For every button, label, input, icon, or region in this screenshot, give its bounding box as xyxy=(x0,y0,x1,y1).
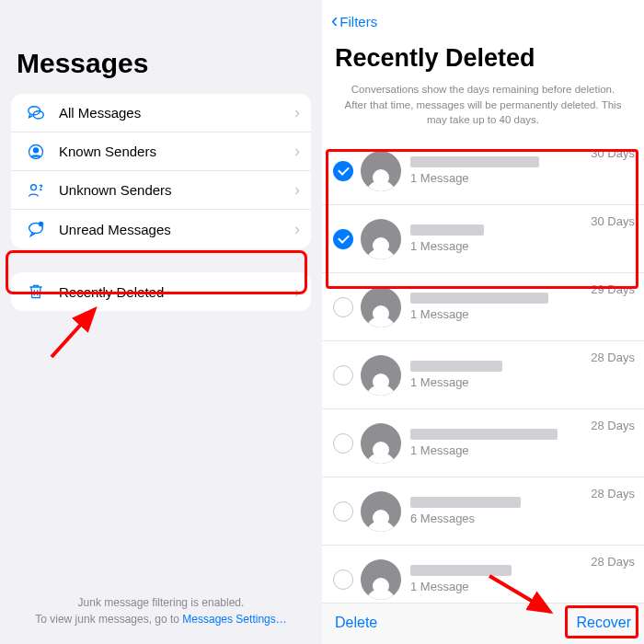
contact-name-redacted xyxy=(410,224,484,236)
back-label: Filters xyxy=(339,14,377,29)
conversation-row[interactable]: 1 Message28 Days xyxy=(322,341,644,409)
days-remaining: 29 Days xyxy=(591,282,635,296)
message-count: 6 Messages xyxy=(410,512,585,525)
messages-settings-link[interactable]: Messages Settings… xyxy=(182,613,286,626)
selection-checkbox[interactable] xyxy=(333,365,353,385)
chevron-right-icon: › xyxy=(294,220,300,239)
avatar-icon xyxy=(361,423,401,464)
svg-point-5 xyxy=(40,189,41,190)
conversation-info: 1 Message xyxy=(410,429,585,457)
chat-bubbles-icon xyxy=(24,103,48,123)
avatar-icon xyxy=(361,559,401,600)
back-to-filters[interactable]: ‹ Filters xyxy=(322,0,644,37)
svg-point-4 xyxy=(31,184,37,190)
filters-list: All Messages › Known Senders › Unknown S… xyxy=(11,94,311,248)
chevron-right-icon: › xyxy=(294,103,300,122)
filter-label: Recently Deleted xyxy=(59,284,294,300)
avatar-icon xyxy=(361,491,401,532)
delete-button[interactable]: Delete xyxy=(335,615,377,631)
selection-checkbox[interactable] xyxy=(333,501,353,522)
trash-icon xyxy=(24,282,48,301)
conversation-info: 1 Message xyxy=(410,361,585,389)
conversation-list: 1 Message30 Days1 Message30 Days1 Messag… xyxy=(322,137,644,603)
contact-name-redacted xyxy=(410,361,502,372)
conversation-info: 1 Message xyxy=(410,565,585,593)
filter-label: Known Senders xyxy=(59,144,294,159)
page-title: Messages xyxy=(7,7,315,94)
conversation-row[interactable]: 1 Message30 Days xyxy=(322,205,644,273)
recently-deleted-pane: ‹ Filters Recently Deleted Conversations… xyxy=(322,0,644,644)
recently-deleted-card: Recently Deleted › xyxy=(11,272,311,311)
person-question-icon xyxy=(24,181,48,200)
filter-unread-messages[interactable]: Unread Messages › xyxy=(11,210,311,248)
filter-unknown-senders[interactable]: Unknown Senders › xyxy=(11,171,311,210)
svg-point-7 xyxy=(39,222,44,227)
days-remaining: 30 Days xyxy=(591,214,635,228)
avatar-icon xyxy=(361,355,401,396)
message-count: 1 Message xyxy=(410,443,585,457)
avatar-icon xyxy=(361,151,401,191)
days-remaining: 28 Days xyxy=(591,351,635,364)
filter-label: All Messages xyxy=(59,105,294,121)
contact-name-redacted xyxy=(410,429,558,440)
chevron-left-icon: ‹ xyxy=(331,9,338,33)
conversation-info: 1 Message xyxy=(410,156,585,185)
message-count: 1 Message xyxy=(410,580,585,593)
svg-point-3 xyxy=(34,147,39,152)
message-count: 1 Message xyxy=(410,375,585,389)
selection-checkbox[interactable] xyxy=(333,161,353,181)
selection-checkbox[interactable] xyxy=(333,297,353,317)
person-circle-icon xyxy=(24,143,48,161)
conversation-info: 1 Message xyxy=(410,293,585,321)
conversation-info: 6 Messages xyxy=(410,497,585,525)
page-title: Recently Deleted xyxy=(322,37,644,82)
contact-name-redacted xyxy=(410,497,521,508)
days-remaining: 30 Days xyxy=(591,146,635,160)
chevron-right-icon: › xyxy=(294,180,300,200)
chat-dot-icon xyxy=(24,219,48,239)
contact-name-redacted xyxy=(410,293,548,304)
conversation-info: 1 Message xyxy=(410,224,585,253)
conversation-row[interactable]: 1 Message30 Days xyxy=(322,137,644,205)
selection-checkbox[interactable] xyxy=(333,433,353,454)
bottom-toolbar: Delete Recover xyxy=(322,603,644,644)
days-remaining: 28 Days xyxy=(591,555,635,569)
chevron-right-icon: › xyxy=(294,282,300,302)
days-remaining: 28 Days xyxy=(591,419,635,432)
selection-checkbox[interactable] xyxy=(333,229,353,249)
conversation-row[interactable]: 6 Messages28 Days xyxy=(322,477,644,546)
footer-text: To view junk messages, go to xyxy=(35,613,182,626)
message-count: 1 Message xyxy=(410,171,585,185)
conversation-row[interactable]: 1 Message29 Days xyxy=(322,273,644,341)
footer-text: Junk message filtering is enabled. xyxy=(78,596,245,609)
messages-filters-pane: Messages All Messages › Known Senders › … xyxy=(0,0,322,644)
filter-recently-deleted[interactable]: Recently Deleted › xyxy=(11,272,311,311)
filter-all-messages[interactable]: All Messages › xyxy=(11,94,311,132)
contact-name-redacted xyxy=(410,156,539,167)
deletion-notice: Conversations show the days remaining be… xyxy=(322,82,644,137)
selection-checkbox[interactable] xyxy=(333,569,353,590)
svg-line-8 xyxy=(52,309,95,357)
avatar-icon xyxy=(361,219,401,259)
conversation-row[interactable]: 1 Message28 Days xyxy=(322,546,644,603)
filter-known-senders[interactable]: Known Senders › xyxy=(11,132,311,171)
contact-name-redacted xyxy=(410,565,512,576)
filter-label: Unknown Senders xyxy=(59,182,294,198)
avatar-icon xyxy=(361,287,401,328)
chevron-right-icon: › xyxy=(294,142,300,161)
filter-label: Unread Messages xyxy=(59,222,294,237)
footer-note: Junk message filtering is enabled. To vi… xyxy=(0,594,322,627)
message-count: 1 Message xyxy=(410,239,585,253)
conversation-row[interactable]: 1 Message28 Days xyxy=(322,409,644,477)
days-remaining: 28 Days xyxy=(591,487,635,500)
message-count: 1 Message xyxy=(410,307,585,321)
recover-button[interactable]: Recover xyxy=(576,615,631,631)
